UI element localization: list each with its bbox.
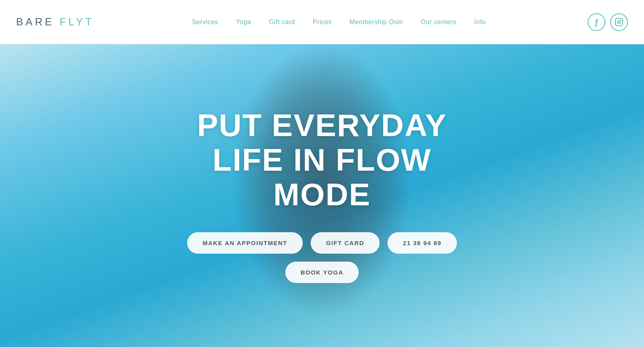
logo-flyt: FLYT: [60, 16, 94, 28]
nav-yoga[interactable]: Yoga: [227, 19, 260, 26]
instagram-link[interactable]: [610, 13, 628, 31]
hero-title-line2: LIFE IN FLOW: [197, 143, 447, 178]
book-yoga-button[interactable]: BOOK YOGA: [285, 262, 359, 283]
logo-space: [54, 16, 60, 28]
hero-title-line1: PUT EVERYDAY: [197, 108, 447, 143]
logo-bare: BARE: [16, 16, 54, 28]
hero-title-line3: MODE: [197, 178, 447, 212]
hero-section: PUT EVERYDAY LIFE IN FLOW MODE MAKE AN A…: [0, 44, 644, 347]
hero-buttons-row1: MAKE AN APPOINTMENT GIFT CARD 21 38 94 8…: [187, 232, 457, 254]
hero-buttons-row2: BOOK YOGA: [285, 262, 359, 283]
gift-card-button[interactable]: GIFT CARD: [311, 232, 380, 254]
make-appointment-button[interactable]: MAKE AN APPOINTMENT: [187, 232, 303, 254]
main-nav: Services Yoga Gift card Prices Membershi…: [183, 19, 495, 26]
facebook-icon: f: [595, 17, 598, 27]
phone-button[interactable]: 21 38 94 89: [388, 232, 457, 254]
nav-info[interactable]: Info: [465, 19, 495, 26]
nav-gift-card[interactable]: Gift card: [260, 19, 304, 26]
nav-membership-oslo[interactable]: Membership Oslo: [341, 19, 412, 26]
facebook-link[interactable]: f: [588, 13, 605, 31]
social-links: f: [588, 13, 628, 31]
site-logo[interactable]: BARE FLYT: [16, 16, 94, 28]
nav-services[interactable]: Services: [183, 19, 227, 26]
nav-prices[interactable]: Prices: [304, 19, 341, 26]
instagram-icon: [615, 18, 623, 26]
nav-our-centers[interactable]: Our centers: [412, 19, 465, 26]
hero-content: PUT EVERYDAY LIFE IN FLOW MODE MAKE AN A…: [187, 108, 457, 283]
site-header: BARE FLYT Services Yoga Gift card Prices…: [0, 0, 644, 44]
hero-title: PUT EVERYDAY LIFE IN FLOW MODE: [197, 108, 447, 212]
